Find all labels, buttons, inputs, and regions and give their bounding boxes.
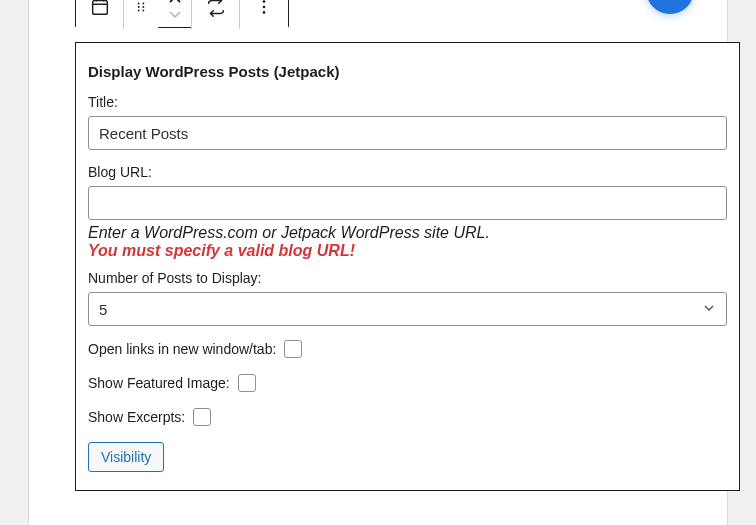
transform-button[interactable] [192,0,240,29]
num-posts-label: Number of Posts to Display: [88,270,727,286]
svg-point-4 [138,3,140,5]
excerpts-label: Show Excerpts: [88,409,185,425]
svg-rect-0 [92,1,107,15]
svg-point-11 [263,6,266,9]
ellipsis-vertical-icon [254,0,274,17]
svg-point-9 [142,10,144,12]
svg-point-7 [142,6,144,8]
num-posts-select[interactable]: 5 [88,292,727,326]
blog-url-error: You must specify a valid blog URL! [88,242,727,260]
drag-handle-button[interactable] [124,0,158,29]
visibility-button[interactable]: Visibility [88,442,164,472]
widget-title: Display WordPress Posts (Jetpack) [88,63,727,80]
featured-image-label: Show Featured Image: [88,375,230,391]
open-new-tab-label: Open links in new window/tab: [88,341,276,357]
open-new-tab-checkbox[interactable] [284,340,302,358]
widget-settings-panel: Display WordPress Posts (Jetpack) Title:… [75,42,740,491]
blog-url-helper: Enter a WordPress.com or Jetpack WordPre… [88,224,727,242]
calendar-widget-icon [89,0,111,18]
blog-url-input[interactable] [88,186,727,220]
arrow-loop-icon [205,0,227,18]
svg-point-8 [138,10,140,12]
block-mover [158,0,192,29]
excerpts-checkbox[interactable] [193,408,211,426]
move-down-button[interactable] [168,10,182,20]
svg-point-5 [142,3,144,5]
block-toolbar [75,0,289,28]
widget-type-button[interactable] [76,0,124,29]
svg-point-10 [263,0,266,3]
drag-handle-icon [134,0,148,14]
svg-point-12 [263,11,266,14]
featured-image-checkbox[interactable] [238,374,256,392]
editor-canvas: Writing [28,0,728,525]
options-button[interactable] [240,0,288,29]
move-up-button[interactable] [168,0,182,4]
blog-url-label: Blog URL: [88,164,727,180]
svg-point-6 [138,6,140,8]
title-input[interactable] [88,116,727,150]
title-label: Title: [88,94,727,110]
